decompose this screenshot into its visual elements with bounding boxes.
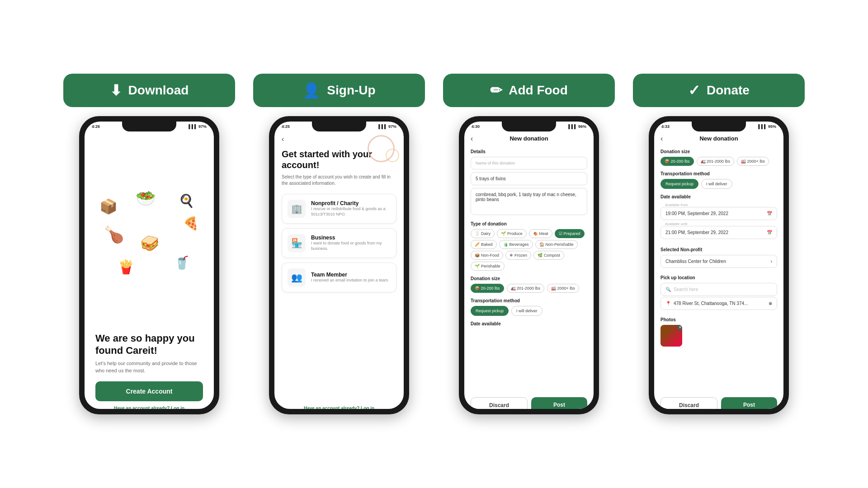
option-team[interactable]: 👥 Team Member I received an email invita…	[282, 263, 396, 292]
signup-screen-wrapper: 👤 Sign-Up 4:25 ▌▌▌ 97% ‹ Get started wit…	[253, 74, 425, 414]
status-right-3: ▌▌▌ 96%	[568, 124, 586, 129]
s4-content: ‹ New donation Donation size 📦 20-200 lb…	[654, 131, 783, 409]
transport-deliver[interactable]: I will deliver	[511, 306, 542, 316]
addfood-icon: ✏	[490, 82, 502, 99]
s4-transport-tags: Request pickup I will deliver	[660, 179, 777, 189]
status-time-4: 4:33	[661, 124, 670, 129]
business-title: Business	[311, 235, 391, 241]
business-desc: I want to donate food or goods from my b…	[311, 241, 391, 251]
post-button-4[interactable]: Post	[721, 397, 777, 409]
s3-details-label: Details	[471, 149, 587, 154]
nonprofit-chevron-icon: ›	[771, 259, 772, 264]
transport-tags-row: Request pickup I will deliver	[471, 306, 587, 316]
available-until-field[interactable]: 21:00 PM, September 29, 2022 📅	[660, 226, 777, 239]
available-from-value: 19:00 PM, September 29, 2022	[665, 211, 764, 216]
s1-content: 🥗 📦 🍳 🍗 🥪 🍕 🍟 🥤 We are so happy you foun…	[85, 131, 214, 409]
donation-name-value[interactable]: 5 trays of fixins	[471, 172, 587, 185]
s1-text: We are so happy you found Careit! Let's …	[92, 333, 207, 409]
option-nonprofit[interactable]: 🏢 Nonprofit / Charity I rescue or redist…	[282, 194, 396, 224]
s3-size-label: Donation size	[471, 276, 587, 281]
download-phone: 4:26 ▌▌▌ 97% 🥗 📦 🍳 🍗 🥪 🍕 🍟	[79, 116, 219, 414]
clear-icon[interactable]: ⊗	[769, 301, 772, 306]
type-tags-row-3: 📦 Non-Food ❄ Frozen 🌿 Compost	[471, 251, 587, 260]
notch-3	[502, 122, 556, 131]
location-icon: 🔍	[665, 287, 671, 292]
date-field-group: Available from 19:00 PM, September 29, 2…	[660, 202, 777, 239]
status-time-1: 4:26	[92, 124, 100, 129]
team-icon: 👥	[288, 268, 306, 286]
addfood-screen-wrapper: ✏ Add Food 4:30 ▌▌▌ 96% ‹ New donation D…	[443, 74, 615, 414]
download-phone-screen: 4:26 ▌▌▌ 97% 🥗 📦 🍳 🍗 🥪 🍕 🍟	[85, 122, 214, 409]
s4-transport-pickup[interactable]: Request pickup	[660, 179, 698, 189]
s4-pickup-label: Pick up location	[660, 275, 777, 280]
back-arrow-4[interactable]: ‹	[660, 135, 663, 143]
nonprofit-text: Nonprofit / Charity I rescue or redistri…	[311, 200, 391, 217]
create-account-button[interactable]: Create Account	[95, 381, 203, 401]
photo-delete-button[interactable]: ✕	[677, 325, 682, 330]
photos-row: ✕	[660, 325, 777, 347]
size-tags-row: 📦 20-200 lbs 🚛 201-2000 lbs 🏭 2000+ lbs	[471, 284, 587, 293]
donate-label: Donate	[707, 83, 750, 98]
tag-nonfood[interactable]: 📦 Non-Food	[471, 251, 503, 260]
business-text: Business I want to donate food or goods …	[311, 235, 391, 251]
screens-container: ⬇ Download 4:26 ▌▌▌ 97% 🥗 📦 🍳	[36, 56, 832, 432]
nonprofit-field[interactable]: Chambliss Center for Children ›	[660, 255, 777, 268]
tag-meat[interactable]: 🍖 Meat	[529, 229, 552, 238]
login-link-1: Have an account already? Log in	[95, 406, 203, 409]
transport-pickup[interactable]: Request pickup	[471, 306, 509, 316]
donation-desc[interactable]: cornbread, bbq pork, 1 tasty tray of mac…	[471, 188, 587, 215]
login-link-2: Have an account already? Log in	[282, 406, 396, 409]
size-large[interactable]: 🏭 2000+ lbs	[547, 284, 579, 293]
addfood-phone: 4:30 ▌▌▌ 96% ‹ New donation Details Name…	[459, 116, 599, 414]
tag-frozen[interactable]: ❄ Frozen	[505, 251, 531, 260]
donate-badge: ✓ Donate	[633, 74, 805, 107]
s4-size-medium[interactable]: 🚛 201-2000 lbs	[697, 157, 735, 166]
tag-nonperishable[interactable]: 🏠 Non-Perishable	[535, 240, 578, 249]
pickup-value-field[interactable]: 📍 478 River St, Chattanooga, TN 374... ⊗	[660, 297, 777, 310]
s1-title: We are so happy you found Careit!	[95, 333, 203, 357]
donate-icon: ✓	[688, 82, 700, 99]
signup-phone-screen: 4:25 ▌▌▌ 97% ‹ Get started with your acc…	[274, 122, 404, 409]
s3-header: ‹ New donation	[471, 135, 587, 142]
s4-size-small[interactable]: 📦 20-200 lbs	[660, 157, 694, 166]
donation-name-placeholder[interactable]: Name of this donation	[471, 157, 587, 169]
available-from-field[interactable]: 19:00 PM, September 29, 2022 📅	[660, 207, 777, 220]
download-label: Download	[128, 83, 189, 98]
type-tags-row: 🥛 Dairy 🌱 Produce 🍖 Meat ☑ Prepared	[471, 229, 587, 238]
tag-compost[interactable]: 🌿 Compost	[533, 251, 564, 260]
post-button-3[interactable]: Post	[531, 397, 587, 409]
signup-icon: 👤	[302, 82, 321, 99]
back-arrow-3[interactable]: ‹	[471, 135, 473, 143]
addfood-badge: ✏ Add Food	[443, 74, 615, 107]
team-text: Team Member I received an email invitati…	[311, 272, 389, 283]
s4-nonprofit-label: Selected Non-profit	[660, 247, 777, 252]
size-medium[interactable]: 🚛 201-2000 lbs	[507, 284, 545, 293]
s4-size-large[interactable]: 🏭 2000+ lbs	[737, 157, 769, 166]
tag-produce[interactable]: 🌱 Produce	[497, 229, 527, 238]
download-screen-wrapper: ⬇ Download 4:26 ▌▌▌ 97% 🥗 📦 🍳	[63, 74, 235, 414]
size-small[interactable]: 📦 20-200 lbs	[471, 284, 504, 293]
login-link-text-1[interactable]: Log in	[171, 406, 184, 409]
option-business[interactable]: 🏪 Business I want to donate food or good…	[282, 228, 396, 258]
s4-header: ‹ New donation	[660, 135, 777, 142]
login-link-text-2[interactable]: Log in	[361, 406, 374, 409]
team-desc: I received an email invitation to join a…	[311, 278, 389, 283]
signup-badge: 👤 Sign-Up	[253, 74, 425, 107]
s4-transport-deliver[interactable]: I will deliver	[701, 179, 732, 189]
tag-prepared[interactable]: ☑ Prepared	[555, 229, 585, 238]
status-right-4: ▌▌▌ 95%	[758, 124, 776, 129]
nonprofit-value: Chambliss Center for Children	[665, 259, 768, 264]
tag-baked[interactable]: 🥖 Baked	[471, 240, 497, 249]
s3-bottom-buttons: Discard Post	[471, 393, 587, 409]
s4-photos-label: Photos	[660, 317, 777, 322]
calendar-icon-from: 📅	[767, 211, 772, 216]
tag-beverages[interactable]: 🧃 Beverages	[499, 240, 533, 249]
s1-subtitle: Let's help our community and provide to …	[95, 360, 203, 374]
tag-perishable[interactable]: 🌱 Perishable	[471, 262, 505, 271]
download-badge: ⬇ Download	[63, 74, 235, 107]
discard-button-3[interactable]: Discard	[471, 397, 528, 409]
discard-button-4[interactable]: Discard	[660, 397, 717, 409]
tag-dairy[interactable]: 🥛 Dairy	[471, 229, 495, 238]
status-time-2: 4:25	[282, 124, 290, 129]
s4-size-tags: 📦 20-200 lbs 🚛 201-2000 lbs 🏭 2000+ lbs	[660, 157, 777, 166]
